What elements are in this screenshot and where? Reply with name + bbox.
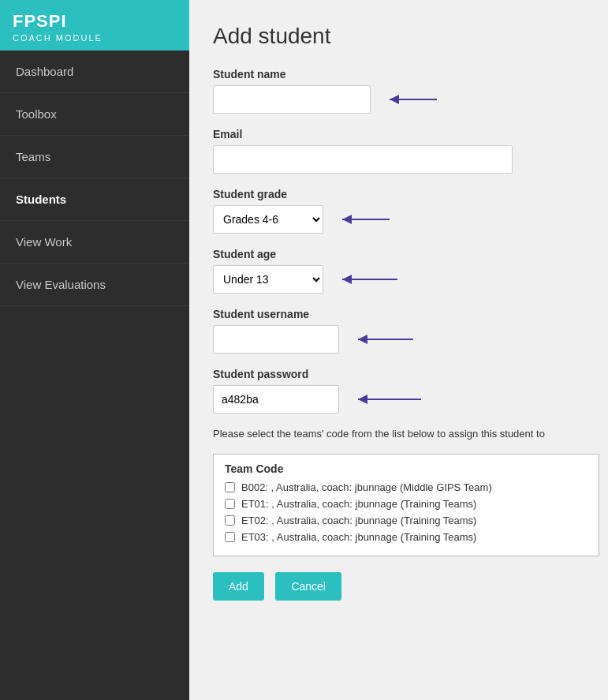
team-checkbox-ET01[interactable] — [225, 499, 235, 509]
main-content: Add student Student name Email Student g… — [189, 0, 608, 700]
sidebar: FPSPI COACH MODULE Dashboard Toolbox Tea… — [0, 0, 189, 700]
student-name-section: Student name — [213, 68, 584, 114]
add-button[interactable]: Add — [213, 572, 264, 601]
student-username-input[interactable] — [213, 325, 339, 354]
student-age-section: Student age Under 13 13-17 18+ — [213, 248, 584, 294]
team-item: ET02: , Australia, coach: jbunnage (Trai… — [225, 515, 587, 526]
student-password-input[interactable] — [213, 385, 339, 414]
arrow-password — [350, 387, 429, 411]
team-item: ET01: , Australia, coach: jbunnage (Trai… — [225, 498, 587, 510]
arrow-age — [334, 268, 405, 291]
team-item: B002: , Australia, coach: jbunnage (Midd… — [225, 481, 587, 493]
student-password-row — [213, 385, 584, 414]
sidebar-item-dashboard[interactable]: Dashboard — [0, 51, 189, 93]
team-code-box: Team Code B002: , Australia, coach: jbun… — [213, 454, 599, 556]
student-grade-select[interactable]: Grades 4-6 Grades 7-9 Grades 10-12 — [213, 205, 323, 234]
team-note-section: Please select the teams' code from the l… — [213, 428, 584, 440]
team-label-ET03: ET03: , Australia, coach: jbunnage (Trai… — [241, 531, 476, 543]
sidebar-item-view-work[interactable]: View Work — [0, 221, 189, 264]
arrow-grade — [334, 208, 397, 231]
email-section: Email — [213, 128, 584, 174]
student-grade-section: Student grade Grades 4-6 Grades 7-9 Grad… — [213, 188, 584, 234]
team-code-section: Team Code B002: , Australia, coach: jbun… — [213, 454, 584, 556]
team-checkbox-B002[interactable] — [225, 482, 235, 492]
page-title: Add student — [213, 24, 584, 49]
email-input[interactable] — [213, 145, 513, 174]
sidebar-item-teams[interactable]: Teams — [0, 136, 189, 178]
team-label-B002: B002: , Australia, coach: jbunnage (Midd… — [241, 481, 492, 493]
team-label-ET01: ET01: , Australia, coach: jbunnage (Trai… — [241, 498, 476, 510]
team-code-header: Team Code — [225, 462, 587, 475]
student-username-section: Student username — [213, 308, 584, 354]
app-logo: FPSPI — [13, 11, 177, 32]
student-grade-label: Student grade — [213, 188, 584, 200]
student-grade-row: Grades 4-6 Grades 7-9 Grades 10-12 — [213, 205, 584, 234]
app-subtitle: COACH MODULE — [13, 33, 177, 43]
sidebar-header: FPSPI COACH MODULE — [0, 0, 189, 51]
arrow-username — [350, 328, 421, 351]
email-label: Email — [213, 128, 584, 140]
sidebar-item-students[interactable]: Students — [0, 178, 189, 221]
email-row — [213, 145, 584, 174]
cancel-button[interactable]: Cancel — [275, 572, 341, 601]
student-username-label: Student username — [213, 308, 584, 320]
sidebar-item-toolbox[interactable]: Toolbox — [0, 93, 189, 136]
student-age-select[interactable]: Under 13 13-17 18+ — [213, 265, 323, 294]
arrow-name — [382, 88, 445, 111]
student-name-row — [213, 85, 584, 114]
team-checkbox-ET03[interactable] — [225, 532, 235, 542]
student-name-input[interactable] — [213, 85, 371, 114]
student-username-row — [213, 325, 584, 354]
team-label-ET02: ET02: , Australia, coach: jbunnage (Trai… — [241, 515, 476, 526]
student-name-label: Student name — [213, 68, 584, 80]
team-item: ET03: , Australia, coach: jbunnage (Trai… — [225, 531, 587, 543]
form-buttons: Add Cancel — [213, 572, 584, 601]
sidebar-item-view-evaluations[interactable]: View Evaluations — [0, 264, 189, 306]
student-age-label: Student age — [213, 248, 584, 260]
team-note-text: Please select the teams' code from the l… — [213, 428, 584, 440]
team-checkbox-ET02[interactable] — [225, 515, 235, 526]
student-password-label: Student password — [213, 368, 584, 380]
student-age-row: Under 13 13-17 18+ — [213, 265, 584, 294]
student-password-section: Student password — [213, 368, 584, 414]
